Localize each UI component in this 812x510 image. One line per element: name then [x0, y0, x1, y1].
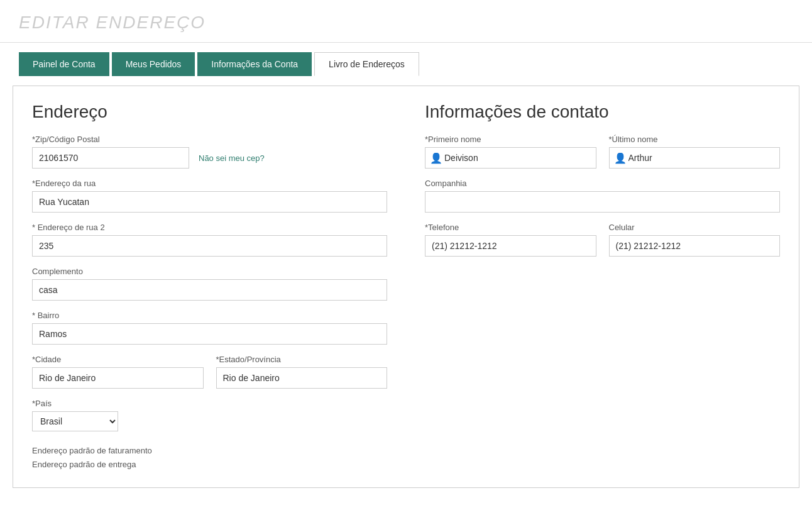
tab-livro[interactable]: Livro de Endereços — [314, 52, 419, 76]
main-content: Endereço *Zip/Código Postal Não sei meu … — [13, 86, 799, 488]
zip-input[interactable] — [32, 147, 189, 169]
billing-default: Endereço padrão de faturamento — [32, 444, 387, 458]
neighborhood-field-group: * Bairro — [32, 311, 387, 345]
city-field-group: *Cidade — [32, 355, 204, 389]
person-icon-last: 👤 — [614, 152, 627, 164]
phone-label: *Telefone — [425, 223, 596, 232]
first-name-label: *Primeiro nome — [425, 135, 596, 144]
mobile-input[interactable] — [609, 235, 781, 257]
address-title: Endereço — [32, 102, 387, 122]
phone-input[interactable] — [425, 235, 596, 257]
state-field-group: *Estado/Província — [216, 355, 388, 389]
city-input[interactable] — [32, 367, 204, 389]
person-icon-first: 👤 — [430, 152, 442, 164]
neighborhood-input[interactable] — [32, 323, 387, 345]
mobile-label: Celular — [609, 223, 781, 232]
mobile-field-group: Celular — [609, 223, 781, 257]
country-label: *País — [32, 399, 387, 408]
footer-text: Endereço padrão de faturamento Endereço … — [32, 444, 387, 472]
cep-link[interactable]: Não sei meu cep? — [199, 153, 265, 163]
country-select[interactable]: Brasil Argentina Portugal Estados Unidos — [32, 411, 118, 431]
first-name-field-group: *Primeiro nome 👤 — [425, 135, 596, 169]
complement-field-group: Complemento — [32, 267, 387, 301]
last-name-wrapper: 👤 — [609, 147, 781, 169]
tab-painel[interactable]: Painel de Conta — [19, 52, 109, 76]
page-title: EDITAR ENDEREÇO — [0, 0, 812, 42]
company-field-group: Companhia — [425, 179, 780, 213]
company-input[interactable] — [425, 191, 780, 213]
first-name-wrapper: 👤 — [425, 147, 596, 169]
last-name-label: *Último nome — [609, 135, 781, 144]
state-label: *Estado/Província — [216, 355, 388, 364]
complement-input[interactable] — [32, 279, 387, 301]
city-state-row: *Cidade *Estado/Província — [32, 355, 387, 399]
last-name-input[interactable] — [609, 147, 781, 169]
street-field-group: *Endereço da rua — [32, 179, 387, 213]
company-label: Companhia — [425, 179, 780, 188]
address-section: Endereço *Zip/Código Postal Não sei meu … — [32, 102, 387, 472]
street-label: *Endereço da rua — [32, 179, 387, 188]
street2-input[interactable] — [32, 235, 387, 257]
neighborhood-label: * Bairro — [32, 311, 387, 320]
tab-informacoes[interactable]: Informações da Conta — [197, 52, 312, 76]
shipping-default: Endereço padrão de entrega — [32, 458, 387, 472]
name-row: *Primeiro nome 👤 *Último nome 👤 — [425, 135, 780, 179]
contact-title: Informações de contato — [425, 102, 780, 122]
country-field-group: *País Brasil Argentina Portugal Estados … — [32, 399, 387, 431]
zip-row: Não sei meu cep? — [32, 147, 387, 169]
tab-pedidos[interactable]: Meus Pedidos — [112, 52, 195, 76]
tab-bar: Painel de Conta Meus Pedidos Informações… — [0, 43, 812, 76]
complement-label: Complemento — [32, 267, 387, 276]
last-name-field-group: *Último nome 👤 — [609, 135, 781, 169]
street2-label: * Endereço de rua 2 — [32, 223, 387, 232]
contact-section: Informações de contato *Primeiro nome 👤 … — [425, 102, 780, 472]
zip-label: *Zip/Código Postal — [32, 135, 387, 144]
zip-field-group: *Zip/Código Postal Não sei meu cep? — [32, 135, 387, 169]
street2-field-group: * Endereço de rua 2 — [32, 223, 387, 257]
first-name-input[interactable] — [425, 147, 596, 169]
phone-field-group: *Telefone — [425, 223, 596, 257]
street-input[interactable] — [32, 191, 387, 213]
state-input[interactable] — [216, 367, 388, 389]
city-label: *Cidade — [32, 355, 204, 364]
phone-row: *Telefone Celular — [425, 223, 780, 267]
